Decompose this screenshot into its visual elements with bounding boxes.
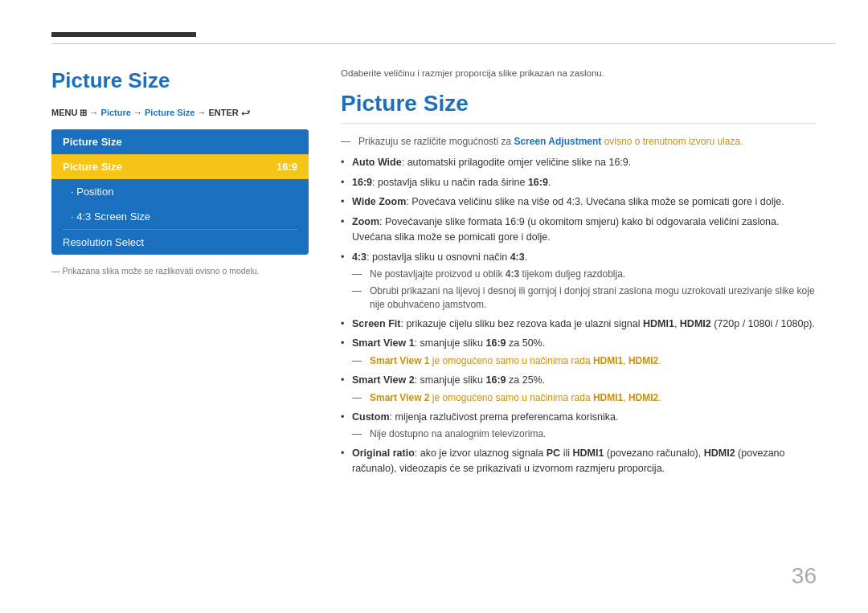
page-title-right: Picture Size [341,91,817,124]
page-title-left: Picture Size [51,68,309,93]
dash-4-3-2: Obrubi prikazani na lijevoj i desnoj ili… [352,284,817,312]
dash-smart-view-2: Smart View 2 je omogućeno samo u načinim… [352,391,817,405]
bullet-auto-wide: Auto Wide: automatski prilagodite omjer … [341,155,817,170]
menu-path: MENU ⊞ → Picture → Picture Size → ENTER … [51,108,309,118]
dash-smart-view-1: Smart View 1 je omogućeno samo u načinim… [352,354,817,368]
menu-item-resolution-select[interactable]: Resolution Select [51,230,309,255]
menu-box: Picture Size Picture Size 16:9 · Positio… [51,129,309,255]
dash-4-3-1: Ne postavljajte proizvod u oblik 4:3 tij… [352,268,817,281]
right-column: Odaberite veličinu i razmjer proporcija … [341,68,817,481]
left-column: Picture Size MENU ⊞ → Picture → Picture … [51,68,309,481]
menu-item-value: 16:9 [276,161,297,173]
left-footnote: — Prikazana slika može se razlikovati ov… [51,266,309,276]
divider [63,229,297,230]
bullet-zoom: Zoom: Povećavanje slike formata 16:9 (u … [341,215,817,245]
menu-item-position[interactable]: · Position [51,179,309,204]
bullet-wide-zoom: Wide Zoom: Povećava veličinu slike na vi… [341,194,817,210]
page-number: 36 [792,563,817,589]
menu-item-screen-size[interactable]: · 4:3 Screen Size [51,204,309,229]
bullet-custom: Custom: mijenja razlučivost prema prefer… [341,410,817,442]
menu-box-title: Picture Size [51,129,309,154]
menu-item-label: · 4:3 Screen Size [71,210,150,223]
bullet-16-9: 16:9: postavlja sliku u način rada širin… [341,175,817,190]
bullet-list: Auto Wide: automatski prilagodite omjer … [341,155,817,476]
menu-item-picture-size[interactable]: Picture Size 16:9 [51,154,309,179]
menu-item-label: Resolution Select [63,236,144,248]
bullet-screen-fit: Screen Fit: prikazuje cijelu sliku bez r… [341,317,817,332]
right-header-text: Odaberite veličinu i razmjer proporcija … [341,68,817,78]
bullet-original-ratio: Original ratio: ako je izvor ulaznog sig… [341,446,817,476]
intro-dash: Prikazuju se različite mogućnosti za Scr… [341,135,817,149]
bullet-smart-view-1: Smart View 1: smanjuje sliku 16:9 za 50%… [341,336,817,368]
bullet-4-3: 4:3: postavlja sliku u osnovni način 4:3… [341,250,817,312]
bullet-smart-view-2: Smart View 2: smanjuje sliku 16:9 za 25%… [341,373,817,405]
dash-custom: Nije dostupno na analognim televizorima. [352,427,817,441]
menu-item-label: · Position [71,186,113,198]
top-bar [51,32,196,37]
menu-item-label: Picture Size [63,161,122,173]
